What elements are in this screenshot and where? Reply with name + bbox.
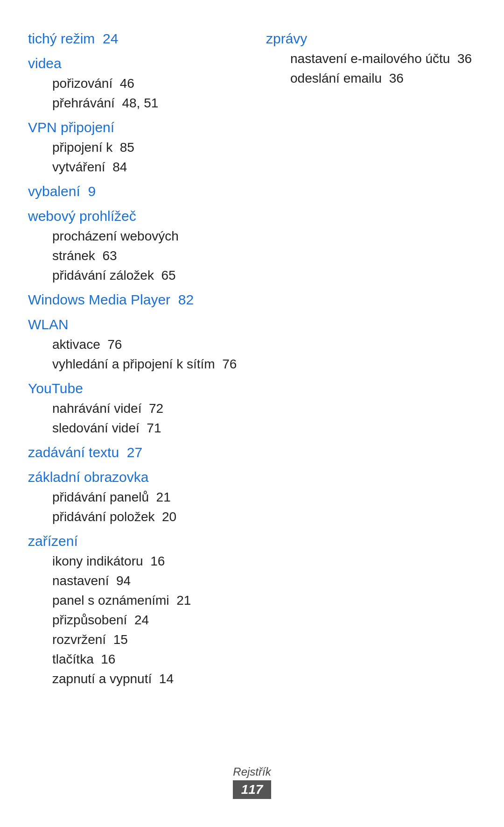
subentry-nahravani-videi: nahrávání videí 72 xyxy=(28,399,238,418)
heading-vybaleni: vybalení 9 xyxy=(28,181,238,202)
footer-label: Rejstřík xyxy=(0,765,504,778)
subentry-aktivace: aktivace 76 xyxy=(28,335,238,354)
subentry-prehravani: přehrávání 48, 51 xyxy=(28,93,238,113)
heading-zpravy: zprávy xyxy=(266,28,476,49)
entry-vpn: VPN připojení připojení k 85 vytváření 8… xyxy=(28,117,238,177)
page-content: tichý režim 24 videa pořizování 46 přehr… xyxy=(0,0,504,749)
subentry-vytvareni: vytváření 84 xyxy=(28,157,238,177)
heading-zadavani-textu: zadávání textu 27 xyxy=(28,442,238,463)
entry-tichy-rezim: tichý režim 24 xyxy=(28,28,238,49)
footer-page-number: 117 xyxy=(233,780,272,799)
heading-webovy-prohlizec: webový prohlížeč xyxy=(28,205,238,226)
subentry-nastaveni: nastavení 94 xyxy=(28,571,238,591)
entry-vybaleni: vybalení 9 xyxy=(28,181,238,202)
footer: Rejstřík 117 xyxy=(0,765,504,799)
entry-zakladni-obrazovka: základní obrazovka přidávání panelů 21 p… xyxy=(28,467,238,527)
subentry-zapnuti-vypnuti: zapnutí a vypnutí 14 xyxy=(28,669,238,689)
subentry-panel-s-oznamenimy: panel s oznámeními 21 xyxy=(28,591,238,610)
subentry-porizovani: pořizování 46 xyxy=(28,74,238,93)
subentry-sledovani-videi: sledování videí 71 xyxy=(28,418,238,438)
heading-youtube: YouTube xyxy=(28,378,238,399)
heading-vpn: VPN připojení xyxy=(28,117,238,138)
entry-webovy-prohlizec: webový prohlížeč procházení webových str… xyxy=(28,205,238,285)
entry-wlan: WLAN aktivace 76 vyhledání a připojení k… xyxy=(28,314,238,374)
entry-zarizeni: zařízení ikony indikátoru 16 nastavení 9… xyxy=(28,530,238,689)
subentry-pripojeni-k: připojení k 85 xyxy=(28,138,238,157)
subentry-pridavani-polozek: přidávání položek 20 xyxy=(28,507,238,527)
entry-videa: videa pořizování 46 přehrávání 48, 51 xyxy=(28,53,238,113)
heading-videa: videa xyxy=(28,53,238,74)
subentry-rozvrzeni: rozvržení 15 xyxy=(28,630,238,650)
subentry-odeslani-emailu: odeslání emailu 36 xyxy=(266,69,476,88)
entry-windows-media-player: Windows Media Player 82 xyxy=(28,289,238,310)
subentry-nastaveni-emailoveho-uctu: nastavení e-mailového účtu 36 xyxy=(266,49,476,69)
heading-zarizeni: zařízení xyxy=(28,530,238,551)
subentry-prochazeni: procházení webových stránek 63 xyxy=(28,226,238,266)
subentry-prizpusobeni: přizpůsobení 24 xyxy=(28,610,238,630)
heading-wlan: WLAN xyxy=(28,314,238,335)
subentry-vyhledani-sitim: vyhledání a připojení k sítím 76 xyxy=(28,354,238,374)
heading-tichy-rezim: tichý režim 24 xyxy=(28,28,238,49)
entry-zadavani-textu: zadávání textu 27 xyxy=(28,442,238,463)
subentry-ikony-indikatoru: ikony indikátoru 16 xyxy=(28,551,238,571)
heading-zakladni-obrazovka: základní obrazovka xyxy=(28,467,238,488)
subentry-pridavani-zalozek: přidávání záložek 65 xyxy=(28,266,238,285)
right-column: zprávy nastavení e-mailového účtu 36 ode… xyxy=(252,28,476,693)
left-column: tichý režim 24 videa pořizování 46 přehr… xyxy=(28,28,252,693)
entry-zpravy: zprávy nastavení e-mailového účtu 36 ode… xyxy=(266,28,476,88)
entry-youtube: YouTube nahrávání videí 72 sledování vid… xyxy=(28,378,238,438)
heading-windows-media-player: Windows Media Player 82 xyxy=(28,289,238,310)
subentry-tlacitka: tlačítka 16 xyxy=(28,650,238,669)
subentry-pridavani-panelu: přidávání panelů 21 xyxy=(28,488,238,507)
